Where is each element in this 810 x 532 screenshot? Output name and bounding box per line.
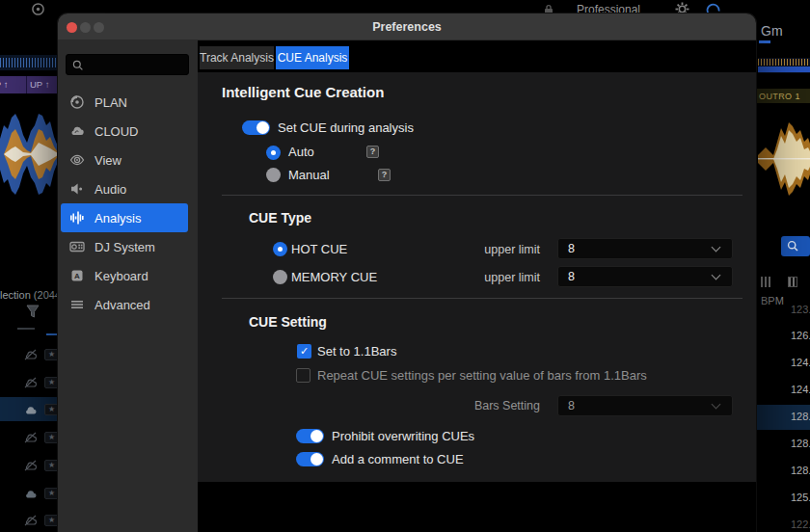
- rating-badge[interactable]: ★: [44, 377, 59, 388]
- prohibit-overwrite-toggle[interactable]: [296, 429, 324, 443]
- bpm-column-header[interactable]: BPM: [761, 295, 784, 306]
- section-divider: [222, 298, 742, 299]
- section-heading-intelligent-cue: Intelligent Cue Creation: [222, 84, 384, 101]
- track-key-label: Gm: [761, 23, 783, 39]
- bpm-value: 124.: [791, 384, 810, 395]
- tab-track-analysis[interactable]: Track Analysis: [200, 46, 274, 69]
- auto-radio-label: Auto: [288, 145, 314, 159]
- manual-radio[interactable]: [266, 168, 281, 182]
- sidebar-item-view[interactable]: View: [61, 146, 188, 174]
- column-icon[interactable]: [788, 277, 797, 287]
- sidebar-item-cloud[interactable]: CLOUD: [61, 117, 188, 146]
- right-deck-overview-waveform: [758, 58, 810, 73]
- svg-text:A: A: [74, 272, 80, 280]
- hot-cue-radio[interactable]: [273, 242, 287, 256]
- hot-cue-limit-dropdown[interactable]: 8: [557, 238, 733, 259]
- sidebar-item-keyboard[interactable]: A Keyboard: [61, 261, 188, 290]
- bpm-value: 128.: [791, 465, 810, 476]
- rating-badge[interactable]: ★: [44, 404, 59, 415]
- chevron-down-icon: [712, 271, 721, 280]
- cloud-crossed-icon[interactable]: [23, 432, 38, 443]
- dialog-titlebar[interactable]: Preferences: [58, 13, 756, 40]
- repeat-cue-label: Repeat CUE settings per setting value of…: [317, 368, 647, 383]
- chevron-down-icon: [712, 400, 721, 410]
- prohibit-overwrite-label: Prohibit overwriting CUEs: [332, 429, 474, 443]
- sidebar-item-label: Analysis: [94, 211, 141, 226]
- waveform-icon: [69, 210, 85, 226]
- sidebar-item-advanced[interactable]: Advanced: [61, 290, 188, 319]
- cloud-crossed-icon[interactable]: [23, 377, 38, 388]
- cloud-crossed-icon[interactable]: [23, 460, 38, 471]
- bars-setting-dropdown[interactable]: 8: [557, 395, 733, 416]
- cloud-crossed-icon[interactable]: [23, 515, 38, 526]
- right-deck-main-waveform: [758, 119, 810, 200]
- rating-badge[interactable]: ★: [44, 515, 59, 526]
- upper-limit-label: upper limit: [434, 271, 540, 285]
- rating-badge[interactable]: ★: [44, 460, 59, 471]
- screen: Professional UP ↑ UP ↑: [0, 0, 810, 532]
- sidebar-item-label: DJ System: [94, 240, 155, 254]
- phrase-marker: UP ↑: [0, 76, 8, 93]
- sidebar-item-analysis[interactable]: Analysis: [61, 203, 188, 232]
- sidebar-item-dj-system[interactable]: DJ System: [61, 232, 188, 261]
- sidebar-item-label: Keyboard: [94, 269, 148, 283]
- hot-cue-label: HOT CUE: [291, 242, 347, 256]
- add-comment-label: Add a comment to CUE: [332, 452, 464, 466]
- phrase-marker: UP ↑: [30, 76, 49, 93]
- cloud-filled-icon[interactable]: [23, 488, 38, 499]
- dropdown-value: 8: [568, 399, 575, 412]
- section-heading-cue-type: CUE Type: [249, 210, 311, 226]
- keyboard-icon: A: [69, 268, 85, 283]
- cloud-filled-icon[interactable]: [23, 404, 38, 415]
- sidebar-items: PLAN CLOUD View: [58, 88, 198, 319]
- filter-funnel-icon[interactable]: [26, 305, 40, 319]
- plan-icon: [69, 94, 85, 110]
- manual-radio-label: Manual: [288, 168, 330, 182]
- cue-analysis-panel: Intelligent Cue Creation Set CUE during …: [198, 72, 756, 482]
- bpm-value: 124.: [791, 357, 810, 368]
- repeat-cue-checkbox[interactable]: [296, 368, 310, 383]
- rating-badge[interactable]: ★: [44, 349, 59, 360]
- sidebar: PLAN CLOUD View: [58, 40, 198, 532]
- sidebar-item-label: CLOUD: [94, 124, 139, 139]
- speaker-icon: [69, 181, 85, 197]
- dialog-main: Track Analysis CUE Analysis Intelligent …: [198, 40, 756, 532]
- dropdown-value: 8: [568, 270, 575, 283]
- memory-cue-label: MEMORY CUE: [291, 270, 377, 284]
- column-icon[interactable]: [761, 277, 770, 287]
- search-input[interactable]: [66, 54, 189, 75]
- cloud-crossed-icon[interactable]: [23, 349, 38, 360]
- set-to-bars-checkbox[interactable]: [297, 344, 311, 359]
- sidebar-item-label: Audio: [94, 182, 126, 197]
- help-icon[interactable]: ?: [366, 146, 379, 158]
- chevron-down-icon: [712, 243, 721, 253]
- left-deck-overview-waveform: [0, 55, 58, 70]
- dropdown-value: 8: [568, 242, 575, 255]
- set-to-bars-label: Set to 1.1Bars: [317, 344, 396, 359]
- tabs-row: Track Analysis CUE Analysis: [198, 40, 756, 72]
- add-comment-toggle[interactable]: [296, 452, 324, 466]
- memory-cue-limit-dropdown[interactable]: 8: [557, 266, 733, 287]
- bpm-value: 128.: [791, 438, 810, 449]
- set-cue-toggle[interactable]: [242, 120, 270, 135]
- rating-badge[interactable]: ★: [44, 432, 59, 443]
- dj-system-icon: [69, 239, 85, 254]
- bpm-value: 123.: [791, 304, 810, 315]
- help-icon[interactable]: ?: [378, 169, 391, 181]
- memory-cue-radio[interactable]: [273, 270, 287, 284]
- bpm-value: 128.: [791, 411, 810, 422]
- rating-badge[interactable]: ★: [44, 488, 59, 499]
- section-divider: [222, 195, 742, 196]
- upper-limit-label: upper limit: [434, 243, 540, 257]
- auto-radio[interactable]: [266, 146, 281, 160]
- sidebar-item-plan[interactable]: PLAN: [61, 88, 188, 117]
- tab-cue-analysis[interactable]: CUE Analysis: [276, 46, 349, 69]
- sidebar-item-audio[interactable]: Audio: [61, 174, 188, 203]
- sidebar-item-label: View: [94, 153, 122, 168]
- collection-label: lection (2044: [0, 289, 61, 301]
- cloud-icon: [69, 123, 85, 139]
- search-icon: [72, 60, 84, 71]
- section-heading-cue-setting: CUE Setting: [249, 314, 327, 331]
- search-button[interactable]: [781, 236, 810, 256]
- bars-setting-label: Bars Setting: [434, 399, 540, 413]
